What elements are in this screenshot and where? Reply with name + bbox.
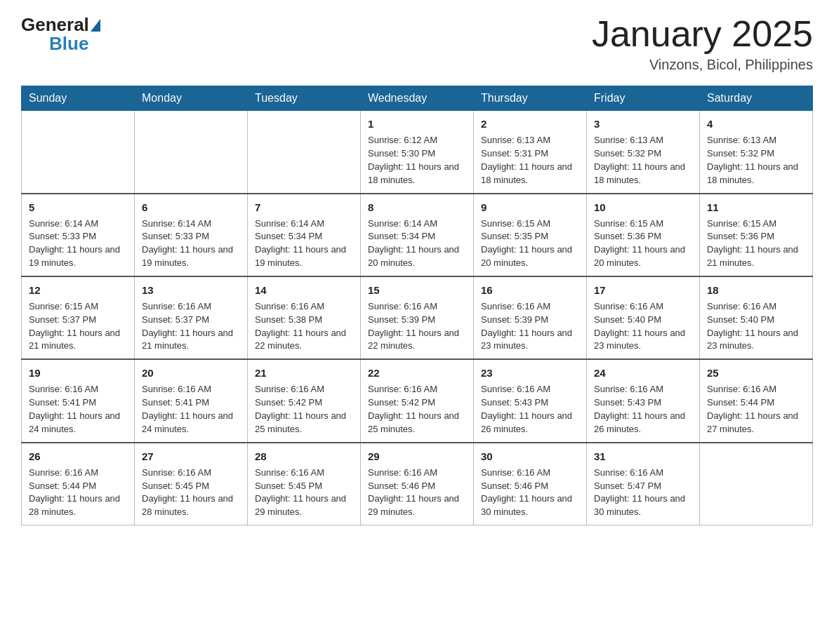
day-info: Sunrise: 6:16 AMSunset: 5:39 PMDaylight:… bbox=[368, 300, 466, 353]
calendar-cell: 27Sunrise: 6:16 AMSunset: 5:45 PMDayligh… bbox=[135, 443, 248, 525]
day-number: 4 bbox=[707, 116, 805, 131]
day-number: 13 bbox=[142, 283, 240, 297]
column-header-sunday: Sunday bbox=[22, 86, 135, 111]
title-area: January 2025 Vinzons, Bicol, Philippines bbox=[592, 14, 813, 73]
logo-blue-text: Blue bbox=[49, 33, 88, 55]
calendar-cell: 3Sunrise: 6:13 AMSunset: 5:32 PMDaylight… bbox=[587, 111, 700, 194]
calendar-cell: 4Sunrise: 6:13 AMSunset: 5:32 PMDaylight… bbox=[700, 111, 813, 194]
day-number: 29 bbox=[368, 449, 466, 464]
calendar-cell: 12Sunrise: 6:15 AMSunset: 5:37 PMDayligh… bbox=[22, 276, 135, 359]
day-number: 2 bbox=[481, 116, 579, 131]
day-info: Sunrise: 6:14 AMSunset: 5:33 PMDaylight:… bbox=[29, 217, 127, 270]
calendar-cell: 19Sunrise: 6:16 AMSunset: 5:41 PMDayligh… bbox=[22, 359, 135, 442]
day-number: 17 bbox=[594, 283, 692, 297]
day-info: Sunrise: 6:16 AMSunset: 5:40 PMDaylight:… bbox=[594, 300, 692, 353]
calendar-cell: 10Sunrise: 6:15 AMSunset: 5:36 PMDayligh… bbox=[587, 194, 700, 276]
day-number: 6 bbox=[142, 200, 240, 215]
calendar-week-row-1: 1Sunrise: 6:12 AMSunset: 5:30 PMDaylight… bbox=[22, 111, 813, 194]
day-number: 27 bbox=[142, 449, 240, 464]
calendar-cell: 31Sunrise: 6:16 AMSunset: 5:47 PMDayligh… bbox=[587, 443, 700, 525]
calendar-cell: 5Sunrise: 6:14 AMSunset: 5:33 PMDaylight… bbox=[22, 194, 135, 276]
day-info: Sunrise: 6:16 AMSunset: 5:45 PMDaylight:… bbox=[142, 467, 240, 519]
calendar-cell bbox=[135, 111, 248, 194]
day-number: 11 bbox=[707, 200, 805, 215]
day-info: Sunrise: 6:15 AMSunset: 5:37 PMDaylight:… bbox=[29, 300, 127, 353]
day-info: Sunrise: 6:16 AMSunset: 5:47 PMDaylight:… bbox=[594, 467, 692, 519]
day-info: Sunrise: 6:16 AMSunset: 5:44 PMDaylight:… bbox=[29, 467, 127, 519]
calendar-cell: 17Sunrise: 6:16 AMSunset: 5:40 PMDayligh… bbox=[587, 276, 700, 359]
calendar-week-row-5: 26Sunrise: 6:16 AMSunset: 5:44 PMDayligh… bbox=[22, 443, 813, 525]
column-header-thursday: Thursday bbox=[474, 86, 587, 111]
calendar-cell: 25Sunrise: 6:16 AMSunset: 5:44 PMDayligh… bbox=[700, 359, 813, 442]
day-number: 18 bbox=[707, 283, 805, 297]
day-number: 12 bbox=[29, 283, 127, 297]
day-number: 19 bbox=[29, 365, 127, 380]
day-number: 25 bbox=[707, 365, 805, 380]
day-info: Sunrise: 6:16 AMSunset: 5:44 PMDaylight:… bbox=[707, 383, 805, 436]
day-info: Sunrise: 6:13 AMSunset: 5:32 PMDaylight:… bbox=[707, 134, 805, 187]
day-info: Sunrise: 6:16 AMSunset: 5:38 PMDaylight:… bbox=[255, 300, 353, 353]
day-number: 9 bbox=[481, 200, 579, 215]
calendar-cell: 7Sunrise: 6:14 AMSunset: 5:34 PMDaylight… bbox=[248, 194, 361, 276]
day-info: Sunrise: 6:12 AMSunset: 5:30 PMDaylight:… bbox=[368, 134, 466, 187]
month-title: January 2025 bbox=[592, 14, 813, 54]
calendar-cell: 8Sunrise: 6:14 AMSunset: 5:34 PMDaylight… bbox=[361, 194, 474, 276]
day-number: 24 bbox=[594, 365, 692, 380]
calendar-week-row-2: 5Sunrise: 6:14 AMSunset: 5:33 PMDaylight… bbox=[22, 194, 813, 276]
day-info: Sunrise: 6:13 AMSunset: 5:32 PMDaylight:… bbox=[594, 134, 692, 187]
column-header-wednesday: Wednesday bbox=[361, 86, 474, 111]
day-info: Sunrise: 6:16 AMSunset: 5:43 PMDaylight:… bbox=[594, 383, 692, 436]
calendar-cell: 9Sunrise: 6:15 AMSunset: 5:35 PMDaylight… bbox=[474, 194, 587, 276]
calendar-cell: 13Sunrise: 6:16 AMSunset: 5:37 PMDayligh… bbox=[135, 276, 248, 359]
day-number: 26 bbox=[29, 449, 127, 464]
day-info: Sunrise: 6:16 AMSunset: 5:46 PMDaylight:… bbox=[368, 467, 466, 519]
calendar-cell: 30Sunrise: 6:16 AMSunset: 5:46 PMDayligh… bbox=[474, 443, 587, 525]
calendar-cell: 11Sunrise: 6:15 AMSunset: 5:36 PMDayligh… bbox=[700, 194, 813, 276]
calendar-cell: 28Sunrise: 6:16 AMSunset: 5:45 PMDayligh… bbox=[248, 443, 361, 525]
calendar-cell: 18Sunrise: 6:16 AMSunset: 5:40 PMDayligh… bbox=[700, 276, 813, 359]
day-number: 22 bbox=[368, 365, 466, 380]
location-label: Vinzons, Bicol, Philippines bbox=[592, 57, 813, 73]
day-info: Sunrise: 6:15 AMSunset: 5:36 PMDaylight:… bbox=[707, 217, 805, 270]
page-header: General Blue January 2025 Vinzons, Bicol… bbox=[21, 14, 813, 73]
day-number: 23 bbox=[481, 365, 579, 380]
calendar-cell: 29Sunrise: 6:16 AMSunset: 5:46 PMDayligh… bbox=[361, 443, 474, 525]
day-info: Sunrise: 6:16 AMSunset: 5:46 PMDaylight:… bbox=[481, 467, 579, 519]
day-number: 3 bbox=[594, 116, 692, 131]
day-number: 14 bbox=[255, 283, 353, 297]
calendar-cell: 24Sunrise: 6:16 AMSunset: 5:43 PMDayligh… bbox=[587, 359, 700, 442]
day-number: 7 bbox=[255, 200, 353, 215]
day-info: Sunrise: 6:15 AMSunset: 5:36 PMDaylight:… bbox=[594, 217, 692, 270]
day-number: 28 bbox=[255, 449, 353, 464]
logo: General Blue bbox=[21, 14, 102, 55]
day-number: 15 bbox=[368, 283, 466, 297]
day-number: 10 bbox=[594, 200, 692, 215]
day-info: Sunrise: 6:14 AMSunset: 5:33 PMDaylight:… bbox=[142, 217, 240, 270]
calendar-cell: 26Sunrise: 6:16 AMSunset: 5:44 PMDayligh… bbox=[22, 443, 135, 525]
day-number: 5 bbox=[29, 200, 127, 215]
calendar-cell bbox=[248, 111, 361, 194]
day-info: Sunrise: 6:16 AMSunset: 5:42 PMDaylight:… bbox=[368, 383, 466, 436]
column-header-friday: Friday bbox=[587, 86, 700, 111]
calendar-cell: 14Sunrise: 6:16 AMSunset: 5:38 PMDayligh… bbox=[248, 276, 361, 359]
column-header-tuesday: Tuesday bbox=[248, 86, 361, 111]
day-info: Sunrise: 6:16 AMSunset: 5:45 PMDaylight:… bbox=[255, 467, 353, 519]
day-number: 31 bbox=[594, 449, 692, 464]
calendar-cell: 20Sunrise: 6:16 AMSunset: 5:41 PMDayligh… bbox=[135, 359, 248, 442]
calendar-week-row-4: 19Sunrise: 6:16 AMSunset: 5:41 PMDayligh… bbox=[22, 359, 813, 442]
calendar-cell: 1Sunrise: 6:12 AMSunset: 5:30 PMDaylight… bbox=[361, 111, 474, 194]
day-number: 16 bbox=[481, 283, 579, 297]
day-number: 30 bbox=[481, 449, 579, 464]
day-number: 21 bbox=[255, 365, 353, 380]
calendar-cell: 21Sunrise: 6:16 AMSunset: 5:42 PMDayligh… bbox=[248, 359, 361, 442]
day-info: Sunrise: 6:16 AMSunset: 5:42 PMDaylight:… bbox=[255, 383, 353, 436]
calendar-cell: 6Sunrise: 6:14 AMSunset: 5:33 PMDaylight… bbox=[135, 194, 248, 276]
day-info: Sunrise: 6:14 AMSunset: 5:34 PMDaylight:… bbox=[255, 217, 353, 270]
logo-triangle-icon bbox=[91, 19, 100, 32]
day-info: Sunrise: 6:16 AMSunset: 5:39 PMDaylight:… bbox=[481, 300, 579, 353]
calendar-week-row-3: 12Sunrise: 6:15 AMSunset: 5:37 PMDayligh… bbox=[22, 276, 813, 359]
day-number: 1 bbox=[368, 116, 466, 131]
calendar-cell: 16Sunrise: 6:16 AMSunset: 5:39 PMDayligh… bbox=[474, 276, 587, 359]
day-info: Sunrise: 6:16 AMSunset: 5:41 PMDaylight:… bbox=[29, 383, 127, 436]
calendar-cell: 23Sunrise: 6:16 AMSunset: 5:43 PMDayligh… bbox=[474, 359, 587, 442]
